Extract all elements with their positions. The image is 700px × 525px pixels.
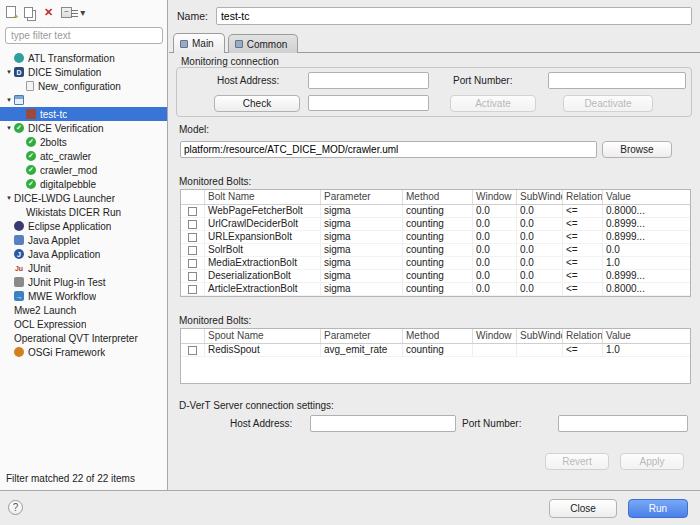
tree-item-monitoring-node[interactable] bbox=[0, 93, 167, 107]
tree-item-atl-transformation[interactable]: ATL Transformation bbox=[0, 51, 167, 65]
spouts-table: Spout Name Parameter Method Window SubWi… bbox=[180, 328, 691, 384]
view-menu-icon[interactable] bbox=[80, 7, 85, 18]
monitoring-group-title: Monitoring connection bbox=[181, 56, 279, 67]
port-number-input[interactable] bbox=[548, 72, 686, 89]
monitoring-group: Host Address: Port Number: Check Activat… bbox=[176, 67, 692, 117]
row-checkbox[interactable] bbox=[188, 207, 197, 216]
mwe-workflow-icon bbox=[14, 291, 24, 301]
expand-arrow-icon[interactable] bbox=[4, 69, 14, 75]
expand-arrow-icon[interactable] bbox=[4, 97, 14, 103]
deactivate-button[interactable]: Deactivate bbox=[563, 95, 653, 112]
tree-item-dice-simulation[interactable]: DICE Simulation bbox=[0, 65, 167, 79]
verified-icon bbox=[14, 123, 24, 133]
help-icon[interactable]: ? bbox=[8, 500, 23, 515]
common-tab-icon bbox=[235, 40, 243, 48]
duplicate-config-icon[interactable] bbox=[24, 7, 33, 18]
bolts-table-header: Bolt Name Parameter Method Window SubWin… bbox=[181, 190, 690, 205]
config-editor-panel: Name: Main Common Monitoring connection … bbox=[169, 0, 700, 490]
host-address-input[interactable] bbox=[308, 72, 429, 89]
tree-item-dice-verification[interactable]: DICE Verification bbox=[0, 121, 167, 135]
bolts-table: Bolt Name Parameter Method Window SubWin… bbox=[180, 189, 691, 297]
dvert-settings-title: D-VerT Server connection settings: bbox=[179, 400, 334, 411]
tab-main[interactable]: Main bbox=[173, 33, 225, 53]
launch-config-sidebar: ATL Transformation DICE Simulation New_c… bbox=[0, 0, 168, 490]
tree-item-eclipse-application[interactable]: Eclipse Application bbox=[0, 219, 167, 233]
tree-item-digitalpebble[interactable]: digitalpebble bbox=[0, 177, 167, 191]
delete-config-icon[interactable] bbox=[44, 6, 53, 18]
expand-arrow-icon[interactable] bbox=[4, 125, 14, 131]
tree-item-2bolts[interactable]: 2bolts bbox=[0, 135, 167, 149]
verified-icon bbox=[26, 151, 36, 161]
tree-item-crawler-mod[interactable]: crawler_mod bbox=[0, 163, 167, 177]
row-checkbox[interactable] bbox=[188, 246, 197, 255]
table-row[interactable]: MediaExtractionBolt sigma counting 0.0 0… bbox=[181, 257, 690, 270]
spouts-table-title: Monitored Bolts: bbox=[179, 315, 251, 326]
check-result-input[interactable] bbox=[308, 95, 429, 111]
tree-item-dice-lwdg-launcher[interactable]: DICE-LWDG Launcher bbox=[0, 191, 167, 205]
check-button[interactable]: Check bbox=[214, 95, 300, 112]
model-label: Model: bbox=[179, 124, 209, 135]
row-checkbox[interactable] bbox=[188, 233, 197, 242]
browse-button[interactable]: Browse bbox=[602, 141, 672, 158]
dvert-host-label: Host Address: bbox=[230, 418, 292, 429]
table-row[interactable]: UrlCrawlDeciderBolt sigma counting 0.0 0… bbox=[181, 218, 690, 231]
dvert-port-label: Port Number: bbox=[462, 418, 521, 429]
java-application-icon bbox=[14, 249, 24, 259]
verified-icon bbox=[26, 137, 36, 147]
tree-item-java-applet[interactable]: Java Applet bbox=[0, 233, 167, 247]
host-address-label: Host Address: bbox=[217, 75, 279, 86]
tree-item-junit[interactable]: JUnit bbox=[0, 261, 167, 275]
dice-simulation-icon bbox=[14, 67, 24, 77]
row-checkbox[interactable] bbox=[188, 272, 197, 281]
config-tree: ATL Transformation DICE Simulation New_c… bbox=[0, 51, 167, 363]
tree-item-atc-crawler[interactable]: atc_crawler bbox=[0, 149, 167, 163]
run-button[interactable]: Run bbox=[628, 499, 688, 518]
activate-button[interactable]: Activate bbox=[450, 95, 536, 112]
name-label: Name: bbox=[177, 10, 208, 22]
tree-item-java-application[interactable]: Java Application bbox=[0, 247, 167, 261]
revert-button[interactable]: Revert bbox=[545, 453, 609, 470]
model-input[interactable] bbox=[180, 141, 597, 158]
dialog-footer: ? Close Run bbox=[0, 490, 700, 525]
tree-item-mwe2-launch[interactable]: Mwe2 Launch bbox=[0, 303, 167, 317]
dvert-port-input[interactable] bbox=[558, 415, 688, 432]
table-row[interactable]: DeserializationBolt sigma counting 0.0 0… bbox=[181, 270, 690, 283]
filter-input[interactable] bbox=[5, 27, 163, 44]
table-row[interactable]: RedisSpout avg_emit_rate counting <= 1.0 bbox=[181, 344, 690, 357]
table-row[interactable]: WebPageFetcherBolt sigma counting 0.0 0.… bbox=[181, 205, 690, 218]
tree-item-new-configuration[interactable]: New_configuration bbox=[0, 79, 167, 93]
expand-arrow-icon[interactable] bbox=[4, 195, 14, 201]
test-config-icon bbox=[26, 109, 36, 119]
dvert-host-input[interactable] bbox=[310, 415, 456, 432]
row-checkbox[interactable] bbox=[188, 346, 197, 355]
eclipse-icon bbox=[14, 221, 24, 231]
name-input[interactable] bbox=[216, 7, 692, 25]
new-config-icon[interactable] bbox=[6, 6, 16, 18]
apply-button[interactable]: Apply bbox=[620, 453, 684, 470]
tree-item-ocl-expression[interactable]: OCL Expression bbox=[0, 317, 167, 331]
table-row[interactable]: SolrBolt sigma counting 0.0 0.0 <= 0.0 bbox=[181, 244, 690, 257]
row-checkbox[interactable] bbox=[188, 259, 197, 268]
tree-item-wikistats-dicer-run[interactable]: Wikistats DICER Run bbox=[0, 205, 167, 219]
junit-plugin-icon bbox=[14, 277, 24, 287]
atl-icon bbox=[14, 53, 24, 63]
filter-status: Filter matched 22 of 22 items bbox=[6, 473, 135, 484]
tab-bar: Main Common bbox=[169, 33, 700, 53]
port-number-label: Port Number: bbox=[453, 75, 512, 86]
tree-item-junit-plugin-test[interactable]: JUnit Plug-in Test bbox=[0, 275, 167, 289]
close-button[interactable]: Close bbox=[549, 499, 617, 518]
junit-icon bbox=[14, 263, 24, 273]
table-row[interactable]: URLExpansionBolt sigma counting 0.0 0.0 … bbox=[181, 231, 690, 244]
tree-item-operational-qvt-interpreter[interactable]: Operational QVT Interpreter bbox=[0, 331, 167, 345]
tab-common[interactable]: Common bbox=[228, 34, 299, 53]
tree-item-mwe-workflow[interactable]: MWE Workflow bbox=[0, 289, 167, 303]
main-tab-icon bbox=[180, 40, 188, 48]
osgi-icon bbox=[14, 347, 24, 357]
row-checkbox[interactable] bbox=[188, 285, 197, 294]
java-applet-icon bbox=[14, 235, 24, 245]
tree-item-test-tc[interactable]: test-tc bbox=[0, 107, 167, 121]
tree-item-osgi-framework[interactable]: OSGi Framework bbox=[0, 345, 167, 359]
row-checkbox[interactable] bbox=[188, 220, 197, 229]
table-row[interactable]: ArticleExtractionBolt sigma counting 0.0… bbox=[181, 283, 690, 296]
verified-icon bbox=[26, 179, 36, 189]
